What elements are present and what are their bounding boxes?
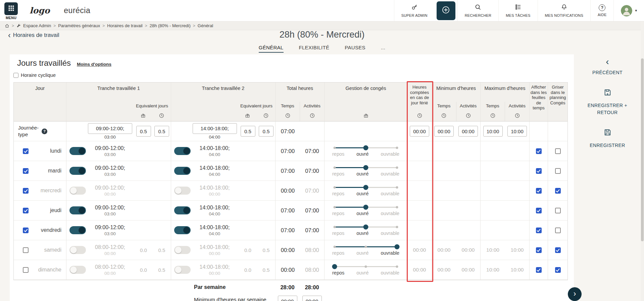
griser-checkbox[interactable] [555, 228, 561, 233]
heures-comptees-value: 00:00 [407, 260, 432, 280]
user-menu[interactable]: ▾ [613, 0, 644, 21]
equivalent-temps-input[interactable]: 0.5 [259, 126, 274, 137]
quick-add-button[interactable] [437, 1, 455, 20]
day-checkbox[interactable] [23, 148, 29, 154]
afficher-checkbox[interactable] [536, 247, 542, 253]
tranche-toggle[interactable] [69, 147, 86, 155]
breadcrumb-item[interactable]: Paramètres généraux [58, 23, 100, 28]
tranche-toggle[interactable] [174, 246, 191, 254]
max-temps-input[interactable]: 10:00 [483, 126, 503, 137]
scrollbar-thumb[interactable] [641, 58, 644, 241]
slider-thumb[interactable] [363, 165, 368, 170]
slider-thumb[interactable] [363, 205, 368, 210]
griser-checkbox[interactable] [555, 168, 561, 174]
tranche-toggle[interactable] [174, 226, 191, 234]
tasks-button[interactable]: MES TÂCHES [498, 0, 537, 21]
max-activites-input[interactable]: 10:00 [507, 126, 527, 137]
tranche-toggle[interactable] [69, 187, 86, 195]
slider-thumb[interactable] [332, 264, 337, 269]
equivalent-value: 0.0 [244, 247, 251, 253]
tranche-toggle[interactable] [174, 147, 191, 155]
slider-thumb[interactable] [363, 224, 368, 230]
equivalent-temps-input[interactable]: 0.5 [154, 126, 169, 137]
breadcrumb-item[interactable]: Espace Admin [23, 23, 51, 28]
breadcrumb-item[interactable]: Général [198, 23, 213, 28]
notifications-button[interactable]: MES NOTIFICATIONS [538, 0, 590, 21]
tranche-toggle[interactable] [174, 187, 191, 195]
griser-checkbox[interactable] [555, 247, 561, 253]
tab-pauses[interactable]: PAUSES [345, 45, 365, 53]
help-button[interactable]: ? AIDE [590, 0, 613, 21]
scrollbar-track[interactable] [641, 21, 644, 301]
min-temps-input[interactable]: 00:00 [434, 126, 454, 137]
less-options-link[interactable]: Moins d'options [77, 62, 111, 67]
precedent-button[interactable]: ‹ PRÉCÉDENT [581, 59, 634, 77]
breadcrumb-item[interactable]: Horaires de travail [107, 23, 143, 28]
tranche-toggle[interactable] [69, 246, 86, 254]
afficher-checkbox[interactable] [536, 168, 542, 174]
afficher-checkbox[interactable] [536, 148, 542, 154]
back-link[interactable]: ‹ Horaires de travail [8, 32, 59, 39]
clock-icon [285, 113, 290, 118]
griser-checkbox[interactable] [555, 188, 561, 194]
slider-track [335, 244, 397, 249]
tranche1-time-input[interactable]: 09:00-12:00; [88, 123, 132, 134]
conges-slider[interactable]: reposouvréouvrable [332, 244, 399, 256]
horaire-cyclique-checkbox[interactable] [13, 73, 18, 78]
conges-slider[interactable]: reposouvréouvrable [332, 264, 399, 275]
day-checkbox[interactable] [23, 168, 29, 174]
slider-track [335, 264, 397, 269]
afficher-checkbox[interactable] [536, 208, 542, 213]
day-checkbox[interactable] [23, 228, 29, 233]
next-page-button[interactable]: › [568, 287, 582, 301]
tranche-toggle[interactable] [69, 206, 86, 214]
day-checkbox[interactable] [23, 247, 29, 253]
tranche-toggle[interactable] [174, 167, 191, 175]
afficher-checkbox[interactable] [536, 228, 542, 233]
min-activites-input[interactable]: 00:00 [458, 126, 478, 137]
slider-thumb[interactable] [363, 145, 368, 150]
menu-button[interactable]: MENU [0, 1, 22, 20]
breadcrumb-item[interactable]: 28h (80% - Mercredi) [150, 23, 191, 28]
save-button[interactable]: ENREGISTRER [581, 129, 634, 149]
slider-label: ouvrable [381, 250, 399, 256]
griser-checkbox[interactable] [555, 208, 561, 213]
tranche-toggle[interactable] [69, 226, 86, 234]
super-admin-button[interactable]: SUPER ADMIN [394, 0, 435, 21]
save-return-button[interactable]: ENREGISTRER + RETOUR [581, 89, 634, 116]
tab-general[interactable]: GÉNÉRAL [259, 45, 284, 53]
search-button[interactable]: RECHERCHER [457, 0, 499, 21]
afficher-checkbox[interactable] [536, 188, 542, 194]
griser-checkbox[interactable] [555, 148, 561, 154]
afficher-checkbox[interactable] [536, 267, 542, 273]
tranche-toggle[interactable] [69, 266, 86, 274]
conges-slider[interactable]: reposouvréouvrable [332, 145, 399, 157]
tranche2-time-input[interactable]: 14:00-18:00; [193, 123, 237, 134]
heures-comptees-input[interactable]: 00:00 [410, 126, 429, 137]
equivalent-conges-input[interactable]: 0.5 [241, 126, 255, 137]
day-checkbox[interactable] [23, 267, 29, 273]
conges-slider[interactable]: reposouvréouvrable [332, 205, 399, 216]
equivalent-conges-input[interactable]: 0.5 [136, 126, 151, 137]
conges-slider[interactable]: reposouvréouvrable [332, 165, 399, 177]
tab-more[interactable]: ... [381, 45, 385, 53]
griser-checkbox[interactable] [555, 267, 561, 273]
slider-thumb[interactable] [363, 185, 368, 190]
conges-slider[interactable]: reposouvréouvrable [332, 185, 399, 196]
tranche-toggle[interactable] [174, 266, 191, 274]
tranche2-cell: 14:00-18:00;00:00 [171, 260, 239, 280]
slider-label: ouvrable [381, 270, 399, 275]
min-week-activites-input[interactable]: 00:00 [302, 296, 322, 301]
tranche-toggle[interactable] [174, 206, 191, 214]
day-checkbox[interactable] [23, 188, 29, 194]
tab-flexibilite[interactable]: FLEXIBILITÉ [299, 45, 330, 53]
min-week-temps-input[interactable]: 00:00 [278, 296, 297, 301]
home-icon[interactable] [5, 23, 9, 28]
tranche-toggle[interactable] [69, 167, 86, 175]
day-checkbox[interactable] [23, 208, 29, 213]
conges-slider[interactable]: reposouvréouvrable [332, 224, 399, 236]
help-icon[interactable]: ? [42, 129, 47, 134]
slider-thumb[interactable] [395, 244, 400, 249]
day-label: samedi [44, 247, 66, 253]
min-temps-value [432, 220, 456, 240]
